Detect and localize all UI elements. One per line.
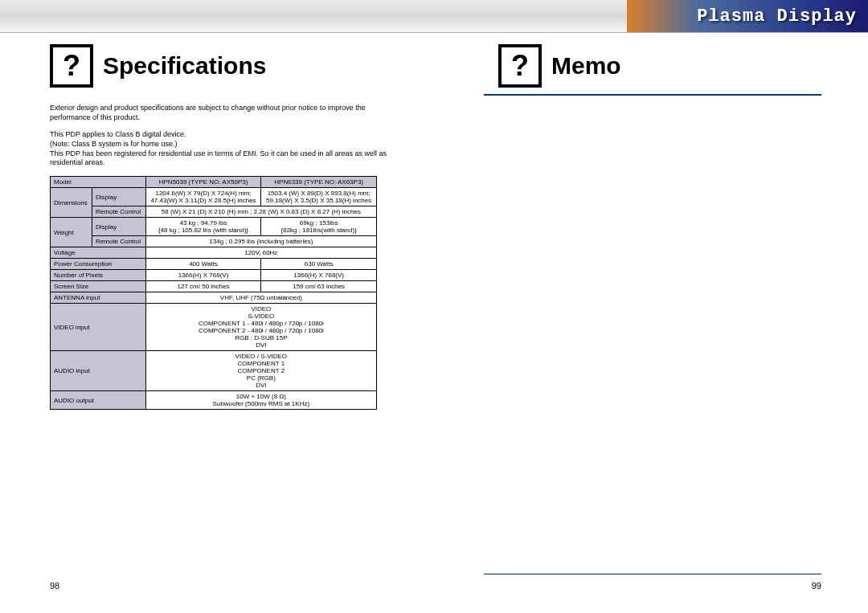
header-col1: HPN5039 (TYPE NO: AX50P3) <box>145 177 261 188</box>
cell-c2: 1366(H) X 768(V) <box>261 270 377 281</box>
row-sub: Display <box>92 218 146 236</box>
row-group: Number of Pixels <box>51 270 146 281</box>
row-group: Voltage <box>51 247 146 259</box>
right-page: Plasma Display ? Memo 99 <box>434 0 868 613</box>
question-icon: ? <box>50 44 93 88</box>
memo-underline <box>484 94 821 96</box>
intro-p2: This PDP applies to Class B digital devi… <box>50 130 387 168</box>
row-group: AUDIO input <box>51 351 146 391</box>
row-sub: Display <box>92 188 146 206</box>
cell-c1: 127 cm/ 50 inches <box>145 281 261 292</box>
row-sub: Remote Control <box>92 236 146 247</box>
header-bar <box>0 0 434 33</box>
header-model: Model <box>51 177 146 188</box>
plasma-banner: Plasma Display <box>627 0 868 32</box>
row-group: AUDIO output <box>51 391 146 410</box>
row-group: Weight <box>51 218 92 247</box>
cell-c2: 69kg ; 153lbs {82kg ; 181lbs(with stand)… <box>261 218 377 236</box>
banner-text: Plasma Display <box>697 6 857 27</box>
intro-p1: Exterior design and product specificatio… <box>50 104 387 122</box>
cell-c1: 1204.6(W) X 79(D) X 724(H) mm; 47.43(W) … <box>145 188 261 206</box>
intro-text: Exterior design and product specificatio… <box>50 104 387 168</box>
left-page: ? Specifications Exterior design and pro… <box>0 0 434 613</box>
cell-merged: VHF, UHF (75Ω unbalanced) <box>145 292 376 304</box>
cell-merged: 120V, 60Hz <box>145 247 376 259</box>
spec-table: ModelHPN5039 (TYPE NO: AX50P3)HPN6339 (T… <box>50 176 377 410</box>
page-number-right: 99 <box>812 581 821 591</box>
section-head-specs: ? Specifications <box>50 44 434 88</box>
cell-c2: 630 Watts <box>261 259 377 270</box>
manual-spread: ? Specifications Exterior design and pro… <box>0 0 868 613</box>
cell-c2: 159 cm/ 63 inches <box>261 281 377 292</box>
cell-merged: 134g ; 0.295 lbs (including batteries) <box>145 236 376 247</box>
page-number-left: 98 <box>50 581 59 591</box>
section-head-memo: ? Memo <box>498 44 868 88</box>
cell-c1: 400 Watts <box>145 259 261 270</box>
memo-title: Memo <box>551 52 621 80</box>
row-sub: Remote Control <box>92 206 146 218</box>
cell-c1: 1366(H) X 768(V) <box>145 270 261 281</box>
header-col2: HPN6339 (TYPE NO: AX63P3) <box>261 177 377 188</box>
specs-title: Specifications <box>103 52 266 80</box>
cell-merged: 10W + 10W (8 Ω) Subwoofer (500mv RMS at … <box>145 391 376 410</box>
row-group: VIDEO input <box>51 304 146 351</box>
cell-c2: 1503.4 (W) X 89(D) X 893.8(H) mm; 59.18(… <box>261 188 377 206</box>
cell-merged: VIDEO / S-VIDEO COMPONENT 1 COMPONENT 2 … <box>145 351 376 391</box>
memo-underline-bottom <box>484 574 821 574</box>
cell-merged: 58 (W) X 21 (D) X 210 (H) mm ; 2.28 (W) … <box>145 206 376 218</box>
row-group: Screen Size <box>51 281 146 292</box>
row-group: ANTENNA input <box>51 292 146 304</box>
question-icon: ? <box>498 44 542 88</box>
row-group: Dimensions <box>51 188 92 218</box>
header-bar-right: Plasma Display <box>434 0 868 33</box>
cell-c1: 43 kg ; 94.79 lbs {48 kg ; 105.82 lbs (w… <box>145 218 261 236</box>
cell-merged: VIDEO S-VIDEO COMPONENT 1 - 480i / 480p … <box>145 304 376 351</box>
row-group: Power Consumption <box>51 259 146 270</box>
